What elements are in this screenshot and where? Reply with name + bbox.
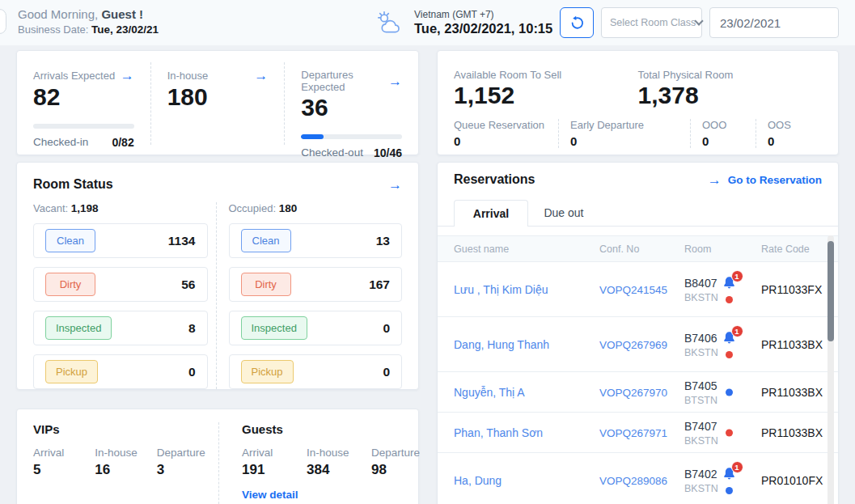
vips-title: VIPs bbox=[33, 422, 218, 436]
checked-out-count: 10/46 bbox=[374, 146, 402, 159]
vacant-dirty-row[interactable]: Dirty 56 bbox=[33, 267, 208, 302]
rate-code: PR11033BX bbox=[761, 386, 823, 399]
departures-expected-column: Departures Expected → 36 Checked-out 10/… bbox=[284, 62, 418, 145]
conf-no-link[interactable]: VOPQ267970 bbox=[599, 386, 667, 398]
arrow-right-icon[interactable]: → bbox=[388, 74, 402, 88]
inspected-badge[interactable]: Inspected bbox=[241, 316, 307, 340]
status-dot-icon bbox=[726, 351, 733, 358]
date-input[interactable] bbox=[709, 7, 839, 38]
col-guest-name: Guest name bbox=[454, 244, 509, 255]
checked-in-progress bbox=[33, 124, 134, 129]
room-class: BKSTN bbox=[684, 434, 718, 446]
table-header: Guest name Conf. No Room Rate Code bbox=[438, 235, 838, 262]
conf-no-link[interactable]: VOPQ289086 bbox=[599, 474, 667, 486]
row-indicators: 1 bbox=[720, 331, 738, 358]
room-class-select[interactable]: Select Room Class bbox=[601, 7, 702, 38]
occupied-clean-row[interactable]: Clean 13 bbox=[229, 223, 403, 258]
total-rooms-label: Total Physical Room bbox=[638, 69, 823, 81]
greeting: Good Morning, Guest ! bbox=[18, 7, 159, 21]
room-cell: B7402BKSTN bbox=[684, 467, 718, 493]
occupied-pickup-count: 0 bbox=[383, 365, 390, 379]
room-cell: B7407BKSTN bbox=[684, 419, 718, 446]
guest-name-link[interactable]: Phan, Thanh Sơn bbox=[454, 426, 543, 439]
room-cell: B7406BKSTN bbox=[684, 331, 718, 358]
vacant-pickup-row[interactable]: Pickup 0 bbox=[33, 354, 208, 389]
scrollbar-thumb[interactable] bbox=[827, 241, 834, 341]
arrivals-expected-label: Arrivals Expected bbox=[33, 70, 115, 82]
occupied-pickup-row[interactable]: Pickup 0 bbox=[229, 354, 403, 389]
dirty-badge[interactable]: Dirty bbox=[45, 273, 95, 296]
status-dot-icon bbox=[726, 429, 733, 436]
bell-icon[interactable]: 1 bbox=[722, 331, 736, 345]
row-indicators: 1 bbox=[720, 276, 738, 303]
header-controls: Vietnam (GMT +7) Tue, 23/02/2021, 10:15 … bbox=[377, 7, 839, 38]
table-row[interactable]: Dang, Hung ThanhVOPQ267969B7406BKSTN1PR1… bbox=[438, 317, 838, 372]
occupied-dirty-row[interactable]: Dirty 167 bbox=[229, 267, 403, 302]
table-row[interactable]: Nguyễn, Thị AVOPQ267970B7405BTSTNPR11033… bbox=[438, 372, 838, 413]
inspected-badge[interactable]: Inspected bbox=[45, 316, 112, 340]
notification-badge: 1 bbox=[731, 325, 743, 337]
notification-badge: 1 bbox=[731, 270, 743, 282]
col-rate-code: Rate Code bbox=[761, 244, 810, 255]
vips-section: VIPs Arrival 5 In-house 16 Departure 3 bbox=[33, 422, 218, 504]
bell-icon[interactable]: 1 bbox=[722, 276, 736, 290]
guest-name-link[interactable]: Ha, Dung bbox=[454, 474, 502, 487]
table-row[interactable]: Lưu , Thị Kim DiệuVOPQ241545B8407BKSTN1P… bbox=[438, 262, 838, 317]
clean-badge[interactable]: Clean bbox=[241, 229, 291, 252]
row-indicators bbox=[720, 388, 738, 396]
sidebar-toggle[interactable] bbox=[0, 9, 6, 34]
conf-no-link[interactable]: VOPQ267969 bbox=[599, 338, 667, 350]
clean-badge[interactable]: Clean bbox=[45, 229, 95, 252]
rate-code: PR11033FX bbox=[761, 283, 822, 296]
conf-no-link[interactable]: VOPQ267971 bbox=[599, 426, 667, 438]
dirty-badge[interactable]: Dirty bbox=[241, 273, 291, 296]
departures-expected-label: Departures Expected bbox=[301, 69, 388, 93]
bell-icon[interactable]: 1 bbox=[722, 467, 736, 481]
col-room: Room bbox=[684, 244, 711, 255]
go-to-reservation-link[interactable]: → Go to Reservation bbox=[708, 173, 822, 187]
room-number: B7402 bbox=[684, 467, 718, 480]
occupied-inspected-row[interactable]: Inspected 0 bbox=[229, 311, 403, 345]
total-rooms-block: Total Physical Room 1,378 bbox=[638, 62, 823, 109]
business-date: Business Date: Tue, 23/02/21 bbox=[18, 23, 159, 36]
arrow-right-icon[interactable]: → bbox=[254, 69, 268, 83]
arrow-right-icon[interactable]: → bbox=[388, 178, 402, 192]
guest-name-link[interactable]: Nguyễn, Thị A bbox=[454, 386, 525, 399]
view-detail-link[interactable]: View detail bbox=[242, 489, 298, 501]
pickup-badge[interactable]: Pickup bbox=[45, 360, 98, 383]
vacant-inspected-count: 8 bbox=[188, 321, 196, 336]
vacant-label: Vacant: bbox=[33, 202, 68, 214]
room-class: BKSTN bbox=[684, 346, 718, 358]
guest-name-link[interactable]: Dang, Hung Thanh bbox=[454, 338, 549, 351]
conf-no-link[interactable]: VOPQ241545 bbox=[599, 283, 667, 295]
room-class: BKSTN bbox=[684, 482, 718, 493]
rotate-left-icon bbox=[569, 15, 585, 31]
table-row[interactable]: Phan, Thanh SơnVOPQ267971B7407BKSTNPR110… bbox=[438, 413, 838, 453]
oos-metric: OOS 0 bbox=[756, 119, 838, 148]
early-departure-metric: Early Departure 0 bbox=[558, 119, 690, 148]
pickup-badge[interactable]: Pickup bbox=[241, 360, 294, 383]
room-class-placeholder: Select Room Class bbox=[610, 17, 696, 28]
in-house-column: In-house → 180 bbox=[150, 62, 285, 145]
occupied-clean-count: 13 bbox=[376, 234, 390, 248]
vacant-inspected-row[interactable]: Inspected 8 bbox=[33, 311, 208, 345]
tab-arrival[interactable]: Arrival bbox=[454, 200, 528, 227]
table-row[interactable]: Ha, DungVOPQ289086B7402BKSTN1PR01010FX bbox=[438, 453, 838, 504]
checked-in-label: Checked-in bbox=[33, 136, 88, 149]
vacant-column: Vacant: 1,198 Clean 1134 Dirty 56 Inspec… bbox=[33, 202, 208, 389]
arrow-right-icon[interactable]: → bbox=[121, 69, 134, 83]
occupancy-card: Arrivals Expected → 82 Checked-in 0/82 I… bbox=[16, 50, 419, 155]
room-number: B7407 bbox=[684, 419, 718, 432]
available-rooms-label: Available Room To Sell bbox=[454, 69, 638, 81]
status-dot-icon bbox=[726, 388, 733, 396]
current-datetime: Tue, 23/02/2021, 10:15 bbox=[414, 21, 553, 36]
in-house-label: In-house bbox=[167, 70, 209, 82]
tab-due-out[interactable]: Due out bbox=[528, 200, 599, 226]
vacant-clean-row[interactable]: Clean 1134 bbox=[33, 223, 208, 258]
in-house-value: 180 bbox=[167, 83, 269, 111]
checked-out-label: Checked-out bbox=[301, 146, 363, 159]
refresh-button[interactable] bbox=[560, 7, 594, 38]
occupied-count: 180 bbox=[279, 202, 298, 214]
vips-inhouse-metric: In-house 16 bbox=[95, 447, 156, 478]
guest-name-link[interactable]: Lưu , Thị Kim Diệu bbox=[454, 283, 548, 296]
